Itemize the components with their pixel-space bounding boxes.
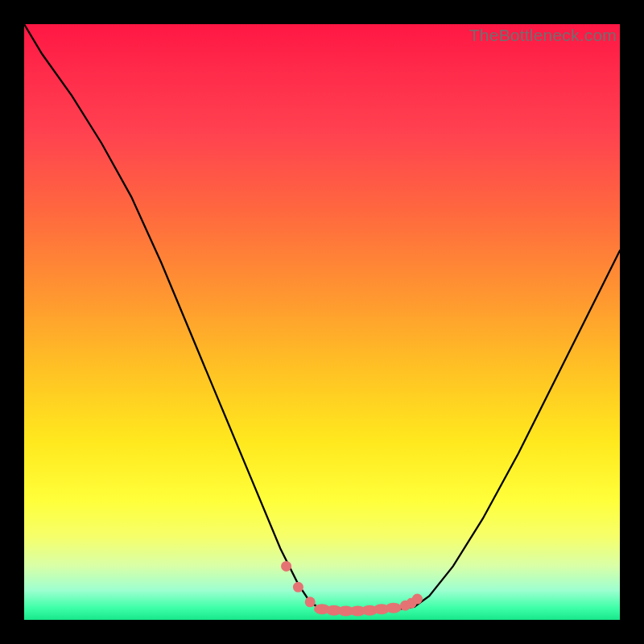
line-layer	[24, 24, 620, 611]
valley-marker	[305, 597, 316, 607]
valley-marker	[293, 582, 303, 592]
plot-area	[24, 24, 620, 620]
left-curve-path	[24, 24, 319, 608]
chart-svg	[24, 24, 620, 620]
valley-marker	[386, 603, 402, 613]
chart-frame: TheBottleneck.com	[0, 0, 644, 644]
valley-marker	[412, 594, 423, 605]
valley-marker	[281, 561, 291, 572]
valley-marker-layer	[281, 561, 423, 617]
right-curve-path	[415, 250, 620, 607]
watermark-text: TheBottleneck.com	[469, 26, 617, 45]
